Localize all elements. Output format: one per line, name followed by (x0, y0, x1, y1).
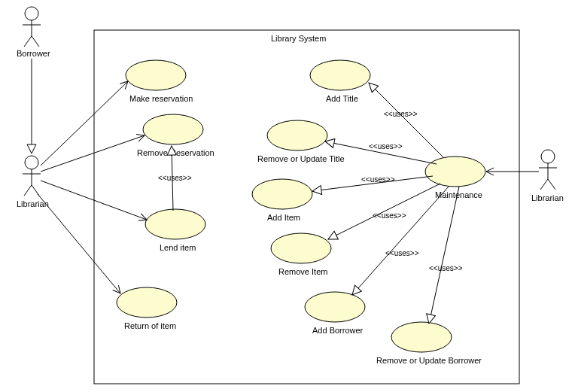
uc-make-reservation-label: Make reservation (129, 94, 193, 103)
uc-return-item (117, 287, 177, 318)
svg-point-0 (25, 7, 38, 20)
uses-maint-addborrower-label: <<uses>> (385, 249, 419, 257)
actor-librarian-right: Librarian (531, 150, 564, 202)
system-title: Library System (271, 34, 326, 43)
uses-maint-addtitle-label: <<uses>> (384, 110, 418, 118)
actor-librarian-left-label: Librarian (17, 199, 49, 208)
uses-maint-additem-label: <<uses>> (361, 175, 395, 184)
uses-maint-updborrower-label: <<uses>> (429, 264, 463, 272)
svg-line-8 (24, 185, 32, 196)
actor-borrower-label: Borrower (17, 49, 50, 58)
uc-remove-update-title-label: Remove or Update Title (257, 154, 345, 163)
uc-lend-item-label: Lend item (160, 243, 196, 252)
svg-point-10 (541, 150, 555, 163)
uses-maint-updborrower (429, 187, 459, 324)
uses-maint-addborrower (352, 187, 449, 295)
assoc-lib-remove-res (41, 135, 145, 172)
svg-line-3 (24, 36, 32, 47)
assoc-lib-return (38, 194, 120, 293)
uc-add-borrower-label: Add Borrower (312, 326, 364, 335)
uses-maint-updtitle-label: <<uses>> (369, 142, 403, 150)
uc-remove-item (271, 233, 331, 263)
assoc-lib-make (41, 81, 128, 166)
uc-add-borrower (305, 292, 365, 322)
uc-return-item-label: Return of item (124, 321, 176, 330)
uses-lend-removeres-label: <<uses>> (158, 174, 192, 182)
uc-add-item-label: Add Item (267, 213, 300, 222)
svg-line-4 (32, 36, 39, 47)
uc-remove-update-borrower-label: Remove or Update Borrower (376, 356, 482, 365)
uses-maint-removeitem-label: <<uses>> (373, 211, 406, 220)
uc-maintenance-label: Maintenance (435, 190, 482, 199)
uc-remove-reservation-label: Remove Reservation (137, 148, 214, 157)
uc-make-reservation (126, 60, 186, 90)
usecase-diagram: Library System Borrower Librarian Librar… (0, 0, 575, 392)
uc-remove-reservation (143, 114, 203, 144)
svg-line-13 (540, 179, 548, 190)
uc-lend-item (145, 209, 205, 239)
uc-add-item (252, 179, 312, 209)
uc-remove-item-label: Remove Item (278, 267, 327, 276)
uc-maintenance (425, 156, 485, 187)
uc-remove-update-title (267, 120, 327, 150)
actor-borrower: Borrower (17, 7, 50, 58)
uc-remove-update-borrower (391, 322, 452, 352)
svg-line-14 (548, 179, 555, 190)
actor-librarian-right-label: Librarian (531, 193, 564, 202)
svg-point-5 (25, 156, 38, 169)
uc-add-title (310, 60, 370, 90)
uc-add-title-label: Add Title (326, 94, 358, 103)
